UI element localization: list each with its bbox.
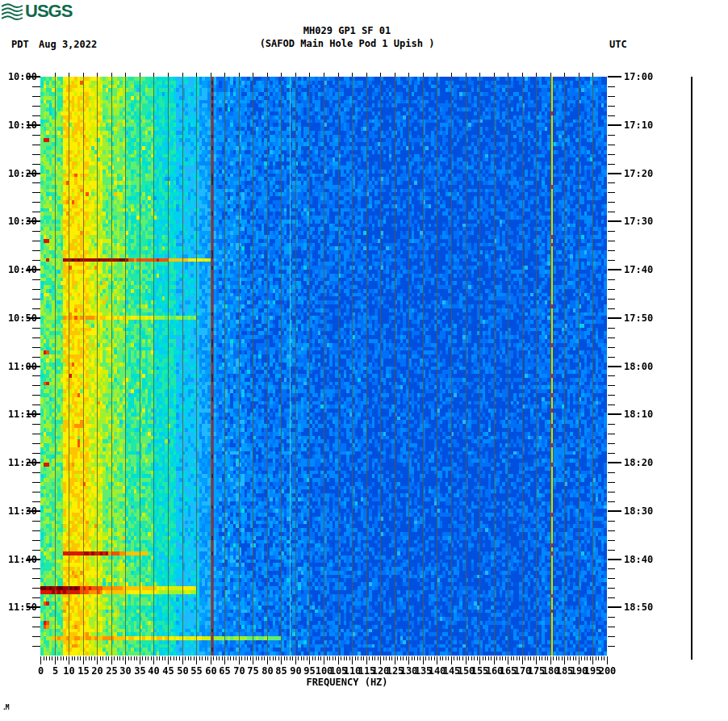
left-axis-minor-tick xyxy=(32,241,40,241)
left-axis-minor-tick xyxy=(32,540,40,541)
left-axis-minor-tick xyxy=(32,250,40,251)
x-axis-minor-tick xyxy=(403,656,404,660)
x-axis-minor-tick xyxy=(559,656,559,660)
x-axis-minor-tick xyxy=(247,656,248,660)
left-axis-minor-tick xyxy=(32,279,40,280)
x-axis-minor-tick xyxy=(584,656,585,660)
x-axis-minor-tick xyxy=(471,656,472,660)
right-axis-minor-tick xyxy=(608,308,615,309)
x-axis-minor-tick xyxy=(77,656,78,660)
right-axis-tick-label: 18:00 xyxy=(624,361,661,372)
plot-top-tick xyxy=(437,73,437,77)
left-axis-minor-tick xyxy=(32,597,40,598)
plot-top-tick xyxy=(508,73,508,77)
x-axis-minor-tick xyxy=(148,656,149,660)
right-axis-major-tick xyxy=(608,173,621,174)
x-axis-minor-tick xyxy=(301,656,302,660)
left-axis-minor-tick xyxy=(32,212,40,212)
x-axis-major-tick xyxy=(607,656,608,664)
x-axis-minor-tick xyxy=(341,656,341,660)
x-axis-minor-tick xyxy=(278,656,279,660)
x-axis-minor-tick xyxy=(179,656,180,660)
left-axis-minor-tick xyxy=(32,627,40,627)
x-axis-major-tick xyxy=(196,656,197,664)
right-axis-minor-tick xyxy=(608,501,615,502)
x-axis-major-tick xyxy=(69,656,69,664)
left-axis-tick-label: 11:50 xyxy=(0,602,37,613)
plot-top-tick xyxy=(125,73,126,77)
x-axis-minor-tick xyxy=(519,656,520,660)
right-axis-tick-label: 17:10 xyxy=(624,119,661,131)
left-axis-minor-tick xyxy=(32,357,40,358)
left-axis-tick-label: 11:40 xyxy=(0,554,37,565)
right-axis-minor-tick xyxy=(608,453,615,454)
x-axis-minor-tick xyxy=(505,656,506,660)
x-axis-minor-tick xyxy=(307,656,308,660)
x-axis-major-tick xyxy=(267,656,268,664)
left-axis-minor-tick xyxy=(32,308,40,309)
left-axis-tick-label: 10:10 xyxy=(0,119,37,131)
x-axis-minor-tick xyxy=(425,656,426,660)
x-axis-minor-tick xyxy=(374,656,375,660)
plot-top-tick xyxy=(196,73,197,77)
x-axis-minor-tick xyxy=(335,656,336,660)
right-axis-minor-tick xyxy=(608,492,615,493)
left-axis-minor-tick xyxy=(32,202,40,203)
plot-top-tick xyxy=(182,73,183,77)
left-axis-minor-tick xyxy=(32,347,40,348)
x-axis-major-tick xyxy=(140,656,140,664)
left-axis-tick-label: 11:00 xyxy=(0,361,37,372)
x-axis-major-tick xyxy=(253,656,253,664)
left-axis-minor-tick xyxy=(32,530,40,531)
right-axis-minor-tick xyxy=(608,86,615,87)
right-axis-major-tick xyxy=(608,559,621,560)
x-axis-minor-tick xyxy=(440,656,441,660)
x-axis-major-tick xyxy=(239,656,240,664)
x-axis-minor-tick xyxy=(581,656,582,660)
x-axis-minor-tick xyxy=(46,656,47,660)
x-axis-minor-tick xyxy=(222,656,223,660)
right-axis-minor-tick xyxy=(608,154,615,155)
x-axis-title: FREQUENCY (HZ) xyxy=(105,677,589,688)
plot-top-tick xyxy=(224,73,225,77)
right-axis-major-tick xyxy=(608,606,621,608)
x-axis-minor-tick xyxy=(525,656,525,660)
x-axis-minor-tick xyxy=(188,656,189,660)
x-axis-minor-tick xyxy=(264,656,265,660)
plot-top-tick xyxy=(309,73,310,77)
x-axis-minor-tick xyxy=(363,656,364,660)
plot-top-tick xyxy=(536,73,537,77)
right-axis-minor-tick xyxy=(608,472,615,473)
x-axis-minor-tick xyxy=(89,656,90,660)
right-axis-minor-tick xyxy=(608,405,615,405)
x-axis-minor-tick xyxy=(355,656,356,660)
right-axis-tick-label: 18:20 xyxy=(624,457,661,468)
x-axis-minor-tick xyxy=(287,656,287,660)
right-axis-minor-tick xyxy=(608,347,615,348)
x-axis-minor-tick xyxy=(162,656,163,660)
plot-top-tick xyxy=(168,73,169,77)
x-axis-minor-tick xyxy=(52,656,52,660)
x-axis-minor-tick xyxy=(80,656,81,660)
x-axis-minor-tick xyxy=(598,656,599,660)
left-axis-minor-tick xyxy=(32,492,40,493)
left-axis-minor-tick xyxy=(32,521,40,522)
right-axis-minor-tick xyxy=(608,289,615,290)
x-axis-minor-tick xyxy=(446,656,446,660)
right-axis-minor-tick xyxy=(608,395,615,396)
x-axis-minor-tick xyxy=(219,656,220,660)
plot-top-tick xyxy=(494,73,495,77)
right-axis-minor-tick xyxy=(608,182,615,183)
left-axis-minor-tick xyxy=(32,617,40,618)
x-axis-minor-tick xyxy=(185,656,186,660)
x-axis-major-tick xyxy=(522,656,523,664)
plot-top-tick xyxy=(550,73,551,77)
left-axis-minor-tick xyxy=(32,472,40,473)
x-axis-minor-tick xyxy=(378,656,379,660)
x-axis-minor-tick xyxy=(94,656,95,660)
plot-top-tick xyxy=(69,73,69,77)
x-axis-major-tick xyxy=(564,656,565,664)
x-axis-minor-tick xyxy=(596,656,596,660)
x-axis-minor-tick xyxy=(108,656,109,660)
x-axis-minor-tick xyxy=(72,656,73,660)
